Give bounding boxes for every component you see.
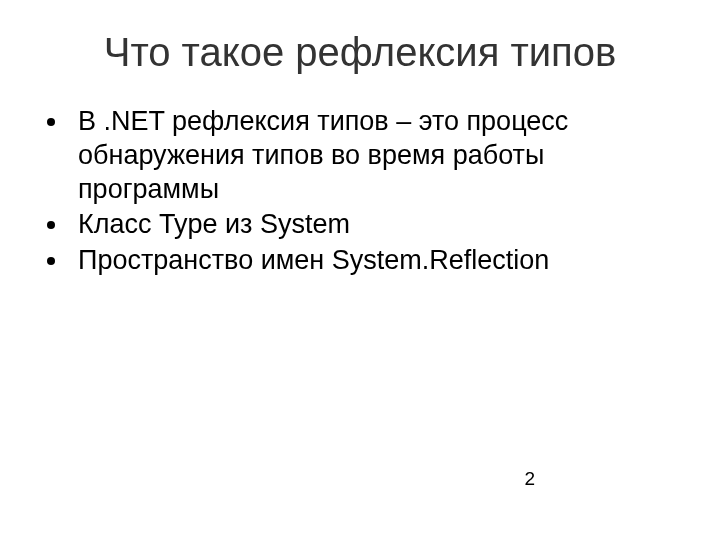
- bullet-list: В .NET рефлексия типов – это процесс обн…: [40, 105, 680, 278]
- page-number: 2: [524, 468, 535, 490]
- list-item: В .NET рефлексия типов – это процесс обн…: [70, 105, 680, 206]
- slide: Что такое рефлексия типов В .NET рефлекс…: [0, 0, 720, 540]
- slide-title: Что такое рефлексия типов: [40, 30, 680, 75]
- list-item: Класс Type из System: [70, 208, 680, 242]
- list-item: Пространство имен System.Reflection: [70, 244, 680, 278]
